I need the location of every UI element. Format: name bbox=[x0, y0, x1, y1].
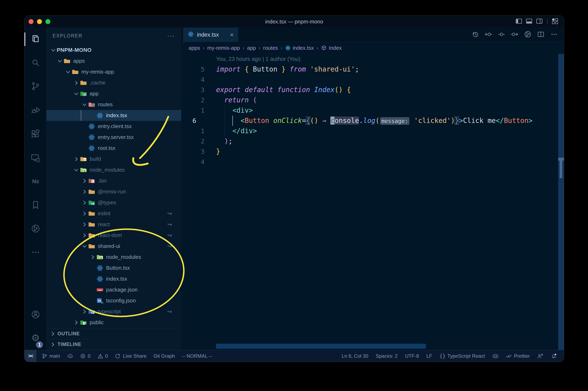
tree-item-apps[interactable]: apps bbox=[46, 56, 181, 66]
tree-item-node-modules[interactable]: jsnode_modules bbox=[46, 165, 181, 175]
braces-icon: {} bbox=[440, 353, 446, 359]
status-item-main[interactable]: main bbox=[42, 353, 60, 359]
relative-line-number: 2 bbox=[181, 136, 204, 146]
activity-remote-explorer[interactable]: × bbox=[24, 148, 46, 168]
outline-section-header[interactable]: OUTLINE bbox=[46, 328, 181, 339]
activity-settings[interactable]: ⚙1 bbox=[24, 327, 46, 348]
status-item-label: Spaces: 2 bbox=[376, 353, 398, 359]
tree-item-label: public bbox=[90, 319, 104, 326]
react-icon bbox=[96, 112, 104, 119]
activity-nx-console[interactable]: N≥ bbox=[24, 171, 46, 192]
tree-item-routes[interactable]: routes bbox=[46, 99, 181, 110]
next-change-icon[interactable] bbox=[511, 31, 518, 39]
tree-item--cache[interactable]: .cache bbox=[46, 77, 181, 88]
close-tab-icon[interactable]: × bbox=[230, 31, 234, 38]
tree-item-index-tsx[interactable]: index.tsx bbox=[46, 273, 181, 284]
status-item-git-graph[interactable]: Git Graph bbox=[154, 353, 175, 359]
status-item-utf-8[interactable]: UTF-8 bbox=[405, 353, 419, 359]
tree-item-label: index.tsx bbox=[106, 112, 127, 119]
tree-item-react[interactable]: react↪ bbox=[46, 219, 181, 230]
activity-source-control[interactable] bbox=[24, 76, 46, 97]
activity-search[interactable] bbox=[24, 53, 46, 73]
tree-item-index-tsx[interactable]: index.tsx bbox=[46, 110, 181, 121]
tree-item--types[interactable]: TS@types bbox=[46, 197, 181, 208]
folder-build-icon bbox=[80, 156, 87, 163]
titlebar: index.tsx — pnpm-mono bbox=[24, 16, 564, 27]
breadcrumb-item-app[interactable]: app bbox=[247, 45, 256, 51]
status-item-live-share[interactable]: Live Share bbox=[115, 353, 147, 359]
tree-item-build[interactable]: build bbox=[46, 154, 181, 165]
breadcrumb-item-index[interactable]: Index bbox=[321, 45, 342, 51]
tree-item-eslint[interactable]: eslint↪ bbox=[46, 208, 181, 219]
split-editor-icon[interactable] bbox=[537, 31, 545, 39]
more-actions-icon[interactable] bbox=[550, 31, 558, 39]
activity-extensions[interactable] bbox=[24, 124, 46, 144]
horizontal-scrollbar[interactable] bbox=[216, 344, 426, 349]
status-item-ln-6-col-30[interactable]: Ln 6, Col 30 bbox=[342, 353, 368, 359]
tree-item-package-json[interactable]: npmpackage.json bbox=[46, 284, 181, 295]
error-icon bbox=[80, 353, 86, 359]
status-item--normal-[interactable]: -- NORMAL -- bbox=[182, 353, 212, 359]
activity-run-debug[interactable] bbox=[24, 100, 46, 120]
tree-item-node-modules[interactable]: jsnode_modules bbox=[46, 252, 181, 263]
tree-item-react-dom[interactable]: react-dom↪ bbox=[46, 230, 181, 241]
react-icon bbox=[188, 31, 194, 39]
layout-panel-icon[interactable] bbox=[526, 18, 533, 25]
explorer-header: EXPLORER ··· bbox=[46, 27, 181, 44]
breadcrumb-item-my-remix-app[interactable]: my-remix-app bbox=[207, 45, 240, 51]
code-editor[interactable]: You, 23 hours ago | 1 author (You)5impor… bbox=[181, 54, 558, 343]
tree-item-entry-client-tsx[interactable]: entry.client.tsx bbox=[46, 121, 181, 132]
tree-item-public[interactable]: public bbox=[46, 317, 181, 328]
tree-item-root-tsx[interactable]: root.tsx bbox=[46, 143, 181, 154]
status-item-lf[interactable]: LF bbox=[426, 353, 432, 359]
activity-account[interactable] bbox=[24, 304, 46, 325]
status-item-0[interactable]: 0 bbox=[98, 353, 108, 359]
previous-change-icon[interactable] bbox=[485, 31, 492, 39]
relative-line-number: 1 bbox=[181, 105, 204, 115]
status-item-prettier[interactable]: Prettier bbox=[506, 353, 530, 359]
tree-item--remix-run[interactable]: @remix-run bbox=[46, 186, 181, 197]
activity-git-graph[interactable] bbox=[24, 218, 46, 239]
tab-index-tsx[interactable]: index.tsx × bbox=[183, 27, 238, 42]
tree-item-my-remix-app[interactable]: my-remix-app bbox=[46, 66, 181, 77]
tree-item-label: entry.server.tsx bbox=[98, 134, 134, 140]
live-share-icon bbox=[115, 353, 121, 359]
symbol-cube-icon bbox=[321, 45, 327, 51]
tree-item-entry-server-tsx[interactable]: entry.server.tsx bbox=[46, 132, 181, 143]
source-control-graph-icon[interactable] bbox=[524, 31, 531, 39]
change-icon[interactable] bbox=[498, 31, 505, 39]
status-item-spaces-2[interactable]: Spaces: 2 bbox=[376, 353, 398, 359]
customize-layout-icon[interactable] bbox=[552, 18, 559, 25]
breadcrumb-label: app bbox=[247, 45, 256, 51]
tree-item-label: eslint bbox=[98, 210, 110, 217]
explorer-more-actions-icon[interactable]: ··· bbox=[167, 32, 175, 40]
status-item-0[interactable]: 0 bbox=[80, 353, 91, 359]
status-item-bell-dot[interactable] bbox=[551, 353, 557, 359]
tree-item-app[interactable]: ⚙app bbox=[46, 88, 181, 99]
status-item-typescript-react[interactable]: {}TypeScript React bbox=[440, 353, 485, 359]
activity-more-views[interactable] bbox=[24, 242, 46, 263]
breadcrumb-item-index-tsx[interactable]: index.tsx bbox=[285, 45, 314, 51]
layout-sidebar-left-icon[interactable] bbox=[515, 18, 522, 25]
history-icon[interactable] bbox=[472, 31, 479, 39]
tree-item-label: Button.tsx bbox=[106, 265, 130, 271]
status-item-copilot[interactable] bbox=[492, 353, 498, 359]
tree-item-label: routes bbox=[98, 101, 113, 108]
timeline-section-header[interactable]: TIMELINE bbox=[46, 339, 181, 350]
tree-item-button-tsx[interactable]: Button.tsx bbox=[46, 263, 181, 273]
tree-item--bin[interactable]: 0110.bin bbox=[46, 175, 181, 186]
vertical-scrollbar[interactable] bbox=[558, 54, 564, 350]
breadcrumb-item-routes[interactable]: routes bbox=[263, 45, 278, 51]
remote-indicator[interactable]: >< bbox=[24, 350, 36, 362]
activity-explorer[interactable] bbox=[24, 29, 46, 50]
tree-item-typescript[interactable]: TStypescript↪ bbox=[46, 306, 181, 317]
tree-item-shared-ui[interactable]: shared-ui↪ bbox=[46, 241, 181, 252]
status-item-feedback[interactable] bbox=[537, 353, 543, 359]
status-item-cloud-upload[interactable] bbox=[67, 353, 73, 359]
layout-sidebar-right-icon[interactable] bbox=[536, 18, 543, 25]
breadcrumb-item-apps[interactable]: apps bbox=[189, 45, 200, 51]
folder-node-icon: js bbox=[80, 167, 87, 174]
tree-item-tsconfig-json[interactable]: TS⚙tsconfig.json bbox=[46, 295, 181, 306]
activity-bookmarks[interactable] bbox=[24, 195, 46, 215]
project-root-pnpm-mono[interactable]: PNPM-MONO bbox=[46, 45, 181, 56]
